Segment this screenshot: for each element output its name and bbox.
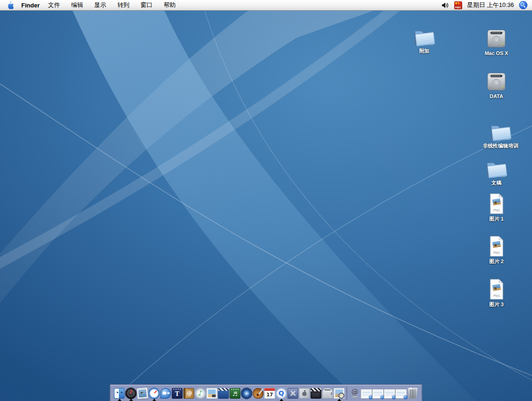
dock-garageband-icon[interactable] bbox=[253, 387, 264, 400]
minwin-app-icon bbox=[396, 389, 407, 399]
dock-toast-icon[interactable] bbox=[322, 387, 334, 400]
url-app-icon: @ bbox=[350, 388, 360, 399]
desktop-icon-drive[interactable]: Mac OS X bbox=[466, 28, 526, 56]
active-app-menu[interactable]: Finder bbox=[21, 2, 40, 9]
trash-icon[interactable] bbox=[407, 387, 419, 400]
photo-viewer-app-icon bbox=[137, 388, 148, 399]
menubar-menu-item[interactable]: 帮助 bbox=[158, 1, 181, 9]
desktop-icon-png[interactable]: PNG 图片 3 bbox=[466, 278, 526, 308]
dock-soundtrack-icon[interactable]: ♬ bbox=[229, 387, 241, 400]
desktop-icon-folder[interactable]: 附加 bbox=[394, 27, 454, 55]
menubar-menu-item[interactable]: 显示 bbox=[89, 1, 112, 9]
itunes-app-icon: ♪ bbox=[195, 388, 206, 399]
input-method-label: ABC bbox=[455, 6, 462, 9]
menu-bar-clock[interactable]: 星期日 上午10:36 bbox=[467, 1, 514, 9]
final-cut-app-icon bbox=[311, 388, 322, 399]
dock-installer-icon[interactable] bbox=[287, 387, 299, 400]
imovie-app-icon bbox=[218, 388, 229, 399]
minimized-window[interactable] bbox=[361, 387, 372, 400]
dock-url-icon[interactable]: @ bbox=[349, 387, 361, 400]
safari-app-icon bbox=[149, 388, 160, 399]
menubar-menu-item[interactable]: 转到 bbox=[112, 1, 135, 9]
itunes-glyph: ♪ bbox=[195, 388, 206, 399]
quicktime-app-icon: Q bbox=[276, 388, 287, 399]
desktop-icon-label: 图片 1 bbox=[489, 216, 503, 222]
desktop-wallpaper bbox=[0, 10, 532, 401]
input-method-flag-icon[interactable]: ABC bbox=[454, 1, 462, 9]
menu-bar: Finder 文件编辑显示转到窗口帮助 ABC 星期日 上午10:36 bbox=[0, 0, 532, 11]
garageband-app-icon bbox=[253, 388, 264, 399]
url-glyph: @ bbox=[350, 388, 360, 399]
toast-app-icon bbox=[322, 388, 333, 399]
minwin-app-icon bbox=[361, 389, 372, 399]
svg-text:PNG: PNG bbox=[493, 251, 500, 254]
dock-iphoto-icon[interactable] bbox=[206, 387, 218, 400]
livetype-app-icon: T bbox=[172, 388, 183, 399]
soundtrack-app-icon: ♬ bbox=[230, 388, 241, 399]
menubar-menu-item[interactable]: 编辑 bbox=[66, 1, 89, 9]
finder-app-icon bbox=[114, 388, 125, 399]
desktop-icon-label: 图片 3 bbox=[489, 301, 503, 308]
menubar-menu-item[interactable]: 文件 bbox=[43, 1, 66, 9]
dock-separator bbox=[347, 387, 347, 400]
desktop-icon-label: DATA bbox=[490, 93, 503, 99]
menubar-menu-item[interactable]: 窗口 bbox=[135, 1, 158, 9]
quicktime-glyph: Q bbox=[276, 388, 287, 399]
dock-imovie-icon[interactable] bbox=[218, 387, 229, 400]
desktop-icon-png[interactable]: PNG 图片 1 bbox=[466, 193, 526, 222]
menu-bar-left: Finder 文件编辑显示转到窗口帮助 bbox=[0, 1, 181, 9]
dock-addressbook-icon[interactable]: @ bbox=[183, 387, 195, 400]
dock-photo-viewer-icon[interactable] bbox=[137, 387, 148, 400]
installer-app-icon bbox=[288, 388, 298, 399]
dock-itunes-icon[interactable]: ♪ bbox=[195, 387, 206, 400]
svg-text:PNG: PNG bbox=[493, 294, 500, 297]
desktop-icon-folder[interactable]: 文稿 bbox=[466, 159, 526, 186]
desktop-icon-label: 图片 2 bbox=[489, 258, 503, 265]
minimized-window[interactable] bbox=[372, 387, 384, 400]
addressbook-app-icon: @ bbox=[184, 388, 194, 399]
ical-app-icon: 17 bbox=[265, 388, 275, 399]
iphoto-app-icon bbox=[207, 388, 217, 399]
dock-apps: T@♪♬17Q bbox=[114, 387, 345, 400]
addressbook-glyph: @ bbox=[184, 388, 194, 399]
apple-menu-icon[interactable] bbox=[6, 1, 14, 9]
dock-apple-plate-icon[interactable] bbox=[299, 387, 310, 400]
dock-safari-icon[interactable] bbox=[148, 387, 160, 400]
dock: T@♪♬17Q @ bbox=[110, 384, 422, 401]
apple-icon bbox=[6, 1, 13, 9]
dock-final-cut-icon[interactable] bbox=[310, 387, 322, 400]
dock-preview-icon[interactable] bbox=[334, 387, 345, 400]
livetype-glyph: T bbox=[172, 388, 183, 399]
dock-idvd-icon[interactable] bbox=[241, 387, 253, 400]
speaker-icon bbox=[441, 2, 449, 9]
dock-dashboard-icon[interactable] bbox=[125, 387, 137, 400]
dashboard-app-icon bbox=[126, 388, 136, 399]
dock-quicktime-icon[interactable]: Q bbox=[276, 387, 287, 400]
dock-documents: @ bbox=[349, 387, 419, 400]
desktop-icon-png[interactable]: PNG 图片 2 bbox=[466, 235, 526, 265]
minimized-window[interactable] bbox=[396, 387, 407, 400]
desktop-icon-label: 附加 bbox=[419, 48, 429, 55]
dock-finder-icon[interactable] bbox=[114, 387, 125, 400]
desktop[interactable]: 附加 Mac OS X DATA 非线性编辑培训 bbox=[0, 10, 532, 401]
minimized-window[interactable] bbox=[384, 387, 396, 400]
minwin-app-icon bbox=[372, 389, 384, 399]
apple-plate-app-icon bbox=[299, 388, 310, 399]
trash-app-icon bbox=[407, 388, 418, 399]
volume-icon[interactable] bbox=[441, 1, 449, 9]
dock-ical-icon[interactable]: 17 bbox=[264, 387, 276, 400]
soundtrack-glyph: ♬ bbox=[230, 388, 241, 399]
desktop-icon-label: 非线性编辑培训 bbox=[483, 142, 519, 149]
dock-ichat-icon[interactable] bbox=[160, 387, 172, 400]
dock-livetype-icon[interactable]: T bbox=[172, 387, 183, 400]
desktop-icon-folder[interactable]: 非线性编辑培训 bbox=[470, 122, 531, 149]
ichat-app-icon bbox=[161, 388, 171, 399]
menu-bar-status-area: ABC 星期日 上午10:36 bbox=[441, 1, 532, 9]
desktop-icon-drive[interactable]: DATA bbox=[466, 71, 526, 99]
desktop-icon-label: Mac OS X bbox=[485, 50, 508, 56]
ical-glyph: 17 bbox=[265, 388, 275, 399]
minwin-app-icon bbox=[384, 389, 396, 399]
idvd-app-icon bbox=[241, 388, 252, 399]
menubar-menus: 文件编辑显示转到窗口帮助 bbox=[43, 1, 181, 9]
spotlight-icon[interactable] bbox=[519, 1, 527, 9]
